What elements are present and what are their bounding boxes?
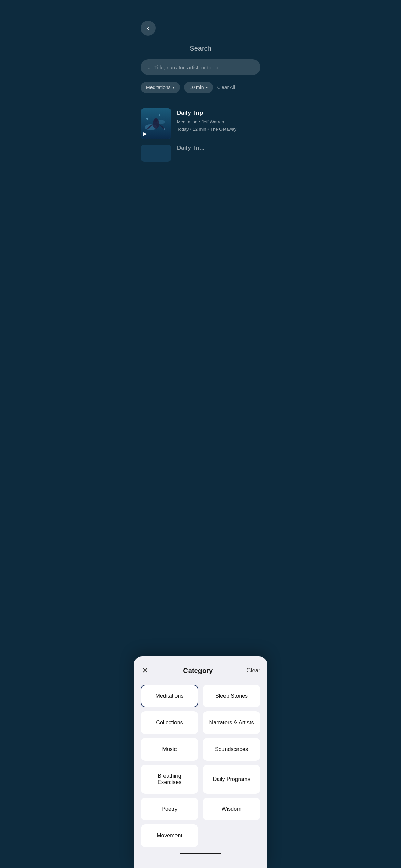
play-icon: ▶ [143, 131, 147, 136]
duration-chevron-icon: ▾ [206, 86, 208, 89]
result-info: Daily Trip Meditation • Jeff Warren Toda… [177, 108, 260, 133]
result-info-partial: Daily Tri... [177, 145, 204, 152]
svg-point-5 [146, 118, 148, 120]
search-bar[interactable]: ⌕ Title, narrator, artist, or topic [141, 59, 260, 75]
result-subtitle: Meditation • Jeff Warren [177, 119, 260, 126]
duration-filter-chip[interactable]: 10 min ▾ [184, 82, 213, 93]
search-placeholder: Title, narrator, artist, or topic [154, 64, 218, 70]
result-thumbnail: ▶ [141, 108, 171, 139]
result-thumbnail-partial [141, 145, 171, 162]
svg-point-4 [154, 118, 158, 122]
back-icon: ‹ [147, 25, 149, 32]
svg-point-6 [164, 128, 165, 130]
search-icon: ⌕ [147, 64, 151, 70]
result-title-partial: Daily Tri... [177, 145, 204, 152]
filter-row: Meditations ▾ 10 min ▾ Clear All [141, 82, 260, 93]
duration-filter-label: 10 min [190, 85, 204, 90]
svg-point-7 [159, 114, 160, 116]
category-chevron-icon: ▾ [173, 86, 174, 89]
result-item[interactable]: ▶ Daily Trip Meditation • Jeff Warren To… [141, 108, 260, 145]
category-filter-chip[interactable]: Meditations ▾ [141, 82, 180, 93]
result-meta: Today • 12 min • The Getaway [177, 126, 260, 133]
divider [141, 101, 260, 101]
screen-title: Search [141, 21, 260, 59]
result-title: Daily Trip [177, 110, 260, 117]
back-button[interactable]: ‹ [141, 21, 156, 36]
result-item-partial[interactable]: Daily Tri... [141, 145, 260, 162]
clear-all-button[interactable]: Clear All [217, 85, 235, 90]
category-filter-label: Meditations [146, 85, 171, 90]
